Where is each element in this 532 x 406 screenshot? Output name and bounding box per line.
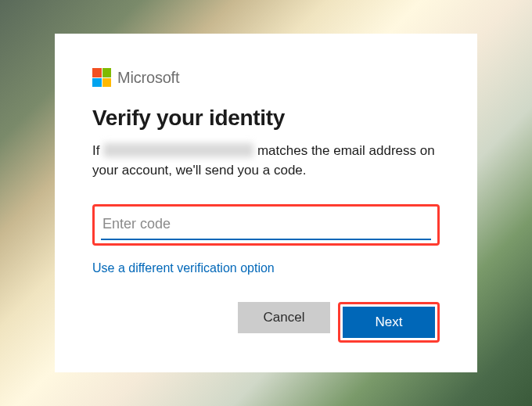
redacted-email bbox=[103, 143, 253, 157]
use-different-option-link[interactable]: Use a different verification option bbox=[92, 261, 275, 275]
microsoft-logo-icon bbox=[92, 68, 111, 87]
next-button-highlight: Next bbox=[338, 302, 440, 343]
description-prefix: If bbox=[92, 143, 99, 158]
description-text: If matches the email address on your acc… bbox=[92, 142, 440, 180]
brand-name: Microsoft bbox=[117, 69, 179, 87]
brand-header: Microsoft bbox=[92, 68, 440, 87]
cancel-button[interactable]: Cancel bbox=[238, 302, 330, 333]
next-button[interactable]: Next bbox=[343, 307, 435, 338]
code-input-highlight bbox=[92, 204, 440, 246]
code-input[interactable] bbox=[101, 211, 431, 240]
button-row: Cancel Next bbox=[92, 302, 440, 343]
verification-dialog: Microsoft Verify your identity If matche… bbox=[55, 34, 477, 372]
page-title: Verify your identity bbox=[92, 106, 440, 131]
